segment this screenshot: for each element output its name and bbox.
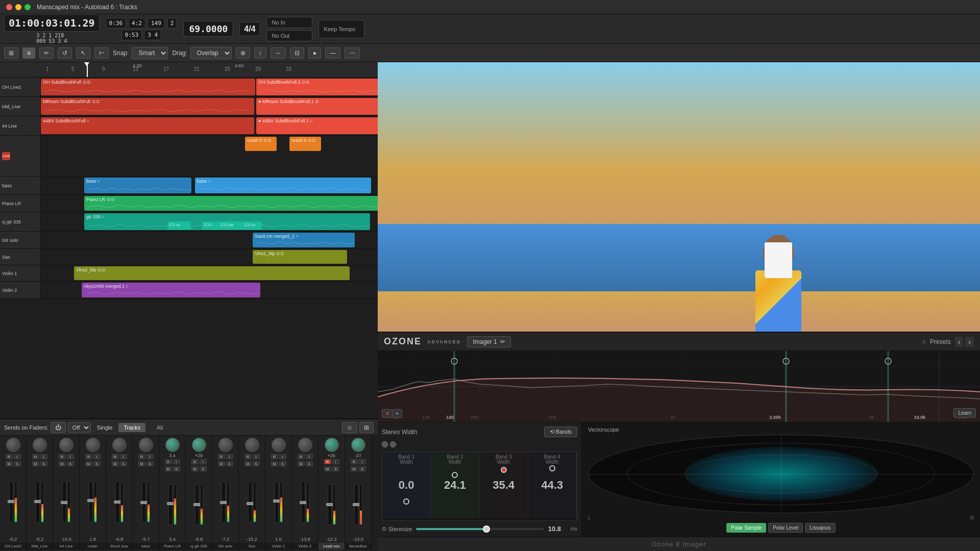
- clip-piano-lr[interactable]: Piano LR ⊙⊙: [84, 196, 378, 211]
- bands-button[interactable]: ⟲ Bands: [544, 427, 577, 437]
- ch-i-btn[interactable]: I: [146, 454, 154, 459]
- fader-track-mid-live[interactable]: [36, 482, 40, 522]
- ch-s-btn[interactable]: S: [120, 461, 127, 466]
- snap-dropdown[interactable]: Smart: [132, 47, 168, 59]
- channel-label-drum-bus[interactable]: Drum bus: [106, 543, 132, 550]
- channel-label-cj-gtr[interactable]: cj gtr 335: [186, 543, 212, 550]
- ch-i-btn[interactable]: I: [67, 454, 74, 459]
- channels-area[interactable]: R I M S -0.2: [0, 436, 378, 551]
- channel-knob-lead-vox[interactable]: [325, 438, 339, 452]
- ch-m-btn[interactable]: M: [112, 461, 119, 466]
- channel-label-crash[interactable]: crash: [80, 543, 106, 550]
- ch-i-btn[interactable]: I: [120, 454, 127, 459]
- ch-r-btn[interactable]: R: [85, 454, 92, 459]
- ch-m-btn[interactable]: M: [32, 461, 39, 466]
- preset-prev-button[interactable]: ‹: [955, 337, 964, 347]
- track-content-gtr-solo[interactable]: Sax9.cm merged_1 ○: [41, 232, 378, 248]
- loop-button[interactable]: ↺: [58, 47, 72, 59]
- playhead[interactable]: [87, 62, 88, 77]
- ch-m-btn[interactable]: M: [298, 461, 305, 466]
- ch-r-btn[interactable]: R: [191, 459, 199, 464]
- ch-r-btn[interactable]: R: [298, 454, 305, 459]
- ch-i-btn[interactable]: I: [279, 454, 286, 459]
- channel-label-oh-live2[interactable]: OH Live2: [0, 543, 26, 550]
- ch-m-btn[interactable]: M: [271, 461, 278, 466]
- channel-knob-violin2[interactable]: [298, 438, 312, 452]
- fader-track-bass[interactable]: [142, 482, 146, 522]
- track-content-violin1[interactable]: Vlns2_blp ⊙⊙: [41, 265, 378, 281]
- more-button[interactable]: ⋯: [345, 47, 360, 59]
- channel-knob-piano-lr[interactable]: [165, 438, 180, 452]
- mixer-tab-tracks[interactable]: Tracks: [118, 423, 145, 432]
- track-header-sax[interactable]: Sax: [0, 249, 41, 265]
- ch-s-btn[interactable]: S: [40, 461, 47, 466]
- channel-label-violin1[interactable]: Violin 1: [265, 543, 291, 550]
- channel-knob-gtr-solo[interactable]: [218, 438, 233, 452]
- fader-track-drum-bus[interactable]: [115, 482, 119, 522]
- channel-label-gtr-solo[interactable]: Gtr solo: [212, 543, 238, 550]
- ch-r-btn[interactable]: R: [244, 454, 252, 459]
- sub-counter-2[interactable]: 3 4: [144, 30, 161, 40]
- clip-44bx-subdbrushfull-1[interactable]: ● 44BX SubdBrushFull.1 ○: [256, 117, 378, 134]
- channel-knob-44-live[interactable]: [59, 438, 74, 452]
- channel-label-44-live[interactable]: 44 Live: [53, 543, 79, 550]
- preset-next-button[interactable]: ›: [965, 337, 974, 347]
- ozone-module-selector[interactable]: Imager 1 ✏: [467, 336, 510, 347]
- track-content-gtr[interactable]: gtr 335 ○ CJ Lo CJ L CJ Lon: [41, 212, 378, 231]
- ch-m-btn[interactable]: M: [244, 461, 252, 466]
- channel-label-violin2[interactable]: Violin 2: [292, 543, 318, 550]
- track-content-mid-live[interactable]: MRoom SubdBrushFull ⊙⊙ ● MRoom SubdBrush…: [41, 97, 378, 116]
- vs-lissajous-button[interactable]: Lissajous: [805, 523, 836, 533]
- ch-r-btn[interactable]: R: [351, 459, 358, 464]
- clip-oh-subdbrushfull[interactable]: OH SubdBrushFull ⊙⊙: [41, 79, 255, 95]
- channel-label-mid-live[interactable]: Mid_Live: [27, 543, 53, 550]
- split-button[interactable]: ⊢: [94, 47, 109, 59]
- vs-polar-sample-button[interactable]: Polar Sample: [726, 523, 766, 533]
- clip-vlns2-blp[interactable]: Vlns2_blp ⊙⊙: [74, 266, 350, 280]
- track-content-bass[interactable]: bass ○ bass ○: [41, 177, 378, 194]
- ch-s-btn[interactable]: S: [146, 461, 154, 466]
- ch-s-btn[interactable]: S: [67, 461, 74, 466]
- pencil-button[interactable]: ✏: [39, 47, 54, 59]
- counter-2[interactable]: 4:2: [128, 18, 145, 29]
- track-header-oh-live2[interactable]: OH Live2: [0, 78, 41, 96]
- channel-knob-mid-live[interactable]: [33, 438, 47, 452]
- clip-cj-lon-3[interactable]: CJ Lon: [218, 221, 243, 230]
- ch-r-btn[interactable]: R: [138, 454, 145, 459]
- channel-label-piano-lr[interactable]: Piano LR: [159, 543, 185, 550]
- clip-cj-lo-1[interactable]: CJ Lo: [167, 221, 191, 230]
- channel-knob-music-bus[interactable]: [351, 438, 365, 452]
- ch-i-btn[interactable]: I: [14, 454, 21, 459]
- drag-dropdown[interactable]: Overlap: [190, 47, 232, 59]
- ch-i-btn[interactable]: I: [93, 454, 101, 459]
- grid-view-button[interactable]: ⊞: [4, 47, 18, 59]
- fader-track-lead-vox[interactable]: [328, 484, 332, 525]
- stereoize-handle[interactable]: [483, 525, 490, 533]
- fader-track-cj-gtr[interactable]: [195, 484, 199, 525]
- stereoize-slider[interactable]: [416, 528, 544, 530]
- track-content-violin2[interactable]: Akys1#05 merged.1 ○: [41, 282, 378, 298]
- track-header-violin2[interactable]: Violin 2: [0, 282, 41, 298]
- ch-s-btn[interactable]: S: [173, 466, 180, 471]
- clip-crash6[interactable]: crash.6 ⊙⊙: [289, 137, 321, 151]
- clip-bass-2[interactable]: bass ○: [195, 178, 371, 193]
- ch-s-btn[interactable]: S: [306, 461, 313, 466]
- no-out-display[interactable]: No Out: [266, 30, 312, 41]
- ch-s-btn[interactable]: S: [93, 461, 101, 466]
- ch-i-btn[interactable]: I: [306, 454, 313, 459]
- channel-knob-bass[interactable]: [139, 438, 153, 452]
- channel-label-bass[interactable]: bass: [133, 543, 159, 550]
- ch-r-btn[interactable]: R: [6, 454, 13, 459]
- spectrum-close-button[interactable]: ✕: [382, 409, 393, 418]
- ch-i-btn[interactable]: I: [173, 459, 180, 464]
- track-header-gtr-solo[interactable]: Gtr solo: [0, 232, 41, 248]
- ch-i-btn[interactable]: I: [200, 459, 207, 464]
- clip-44bx-subdbrushfull[interactable]: 44BX SubdBrushFull ○: [41, 117, 254, 134]
- clip-cj-l-2[interactable]: CJ L: [202, 221, 220, 230]
- magnet-button[interactable]: ⊕: [236, 47, 250, 59]
- time-sig-display[interactable]: 4/4: [239, 22, 260, 36]
- ch-m-btn[interactable]: M: [351, 466, 358, 471]
- ch-i-btn[interactable]: I: [332, 459, 339, 464]
- track-content-piano[interactable]: Piano LR ⊙⊙: [41, 195, 378, 212]
- fader-track-violin2[interactable]: [301, 482, 305, 522]
